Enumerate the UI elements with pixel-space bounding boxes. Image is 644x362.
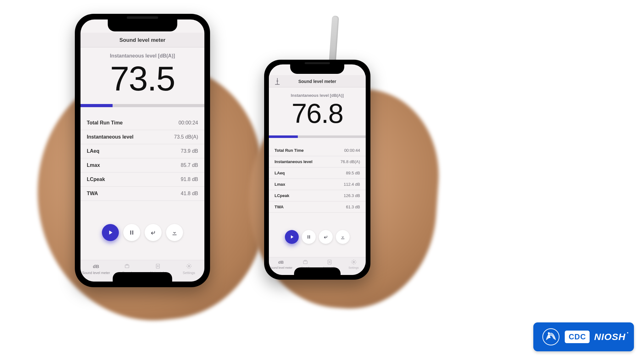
app-title: Sound level meter (119, 37, 165, 43)
svg-point-3 (157, 266, 158, 267)
metric-row: TWA41.8 dB (80, 187, 204, 201)
tab-sound-level-meter[interactable]: dBSound level meter (80, 263, 112, 275)
screen-right: Sound level meter Instantaneous level [d… (269, 64, 366, 275)
metric-row: Total Run Time00:00:44 (269, 145, 366, 156)
metric-name: LCpeak (275, 193, 289, 198)
metric-value: 00:00:44 (344, 148, 360, 153)
metric-row: LCpeak126.3 dB (269, 190, 366, 201)
save-button[interactable] (336, 230, 350, 244)
app-header: Sound level meter (80, 33, 204, 47)
reset-button[interactable] (145, 224, 162, 241)
metric-value: 112.4 dB (344, 182, 360, 187)
metric-name: Lmax (87, 162, 100, 168)
reset-button[interactable] (319, 230, 333, 244)
gear-icon (350, 259, 357, 265)
screen-left: Sound level meter Instantaneous level [d… (80, 19, 204, 282)
speaker-slot (305, 62, 330, 64)
metric-value: 73.9 dB (181, 148, 198, 154)
bottom-notch (113, 272, 172, 282)
tab-settings[interactable]: Settings (174, 263, 205, 275)
svg-rect-6 (304, 260, 306, 261)
cdc-logo: CDC (565, 331, 590, 343)
pause-button[interactable] (302, 230, 316, 244)
box-icon (123, 263, 131, 270)
db-icon: dB (92, 263, 100, 270)
controls (80, 201, 204, 260)
metric-value: 89.5 dB (346, 171, 360, 175)
tab-label: Settings (183, 271, 195, 275)
level-fill (80, 104, 113, 107)
svg-rect-1 (126, 264, 128, 265)
app-title: Sound level meter (298, 79, 336, 84)
doc-icon (326, 259, 333, 265)
metric-name: TWA (275, 205, 284, 209)
metric-name: LCpeak (87, 177, 105, 182)
app-header: Sound level meter (269, 75, 366, 87)
metric-row: LAeq89.5 dB (269, 167, 366, 179)
metric-value: 00:00:24 (179, 120, 198, 126)
return-icon (150, 229, 157, 236)
return-icon (323, 234, 329, 240)
metric-value: 41.8 dB (181, 191, 198, 196)
metric-value: 73.5 dB(A) (174, 134, 198, 140)
notch (290, 64, 344, 74)
metric-name: LAeq (275, 171, 285, 175)
download-icon (171, 229, 178, 236)
metric-name: Total Run Time (87, 120, 123, 126)
metric-name: Instantaneous level (87, 134, 134, 140)
metric-row: LAeq73.9 dB (80, 144, 204, 158)
svg-point-4 (188, 266, 190, 267)
gear-icon (185, 263, 193, 270)
reading-block: Instantaneous level [dB(A)] 76.8 (269, 87, 366, 135)
svg-point-11 (548, 332, 550, 334)
metric-row: LCpeak91.8 dB (80, 173, 204, 187)
save-button[interactable] (166, 224, 183, 241)
level-bar (269, 135, 366, 138)
tab-label: Sound level meter (269, 266, 292, 269)
metric-row: Lmax85.7 dB (80, 158, 204, 173)
db-icon: dB (278, 259, 285, 265)
tab-label: Settings (348, 266, 359, 269)
reading-label: Instantaneous level [dB(A)] (272, 93, 363, 98)
svg-point-10 (543, 329, 559, 345)
download-icon (340, 234, 346, 240)
metric-row: TWA61.3 dB (269, 201, 366, 213)
doc-icon (154, 263, 162, 270)
box-icon (302, 259, 309, 265)
level-fill (269, 135, 298, 138)
svg-rect-2 (156, 264, 160, 268)
tab-settings[interactable]: Settings (341, 259, 366, 269)
metric-value: 61.3 dB (346, 205, 360, 209)
tab-label: Sound level meter (82, 271, 110, 275)
pause-button[interactable] (123, 224, 140, 241)
play-button[interactable] (102, 224, 119, 241)
reading-label: Instantaneous level [dB(A)] (84, 53, 201, 59)
speaker-slot (127, 16, 158, 19)
reading-value: 73.5 (84, 61, 201, 96)
play-button[interactable] (285, 230, 299, 244)
metric-row: Instantaneous level73.5 dB(A) (80, 130, 204, 144)
metrics-list: Total Run Time00:00:24Instantaneous leve… (80, 116, 204, 201)
bottom-notch (294, 267, 341, 275)
notch (108, 19, 177, 31)
metric-name: Instantaneous level (275, 159, 313, 164)
cdc-niosh-badge: CDC NIOSH (533, 322, 634, 351)
metric-name: Lmax (275, 182, 285, 187)
metric-value: 85.7 dB (181, 162, 198, 168)
metric-value: 126.3 dB (344, 193, 360, 198)
metric-name: Total Run Time (275, 148, 304, 153)
tab-sound-level-meter[interactable]: dBSound level meter (269, 259, 293, 269)
svg-point-9 (353, 261, 354, 263)
phone-right: Sound level meter Instantaneous level [d… (264, 60, 370, 280)
niosh-logo: NIOSH (594, 332, 625, 342)
metric-name: TWA (87, 191, 98, 196)
controls (269, 213, 366, 257)
metric-name: LAeq (87, 148, 99, 154)
level-bar (80, 104, 204, 107)
phone-left: Sound level meter Instantaneous level [d… (75, 14, 210, 287)
reading-value: 76.8 (272, 100, 363, 127)
metric-row: Lmax112.4 dB (269, 179, 366, 190)
metric-row: Total Run Time00:00:24 (80, 116, 204, 130)
pause-icon (128, 229, 135, 236)
svg-point-8 (329, 261, 330, 263)
